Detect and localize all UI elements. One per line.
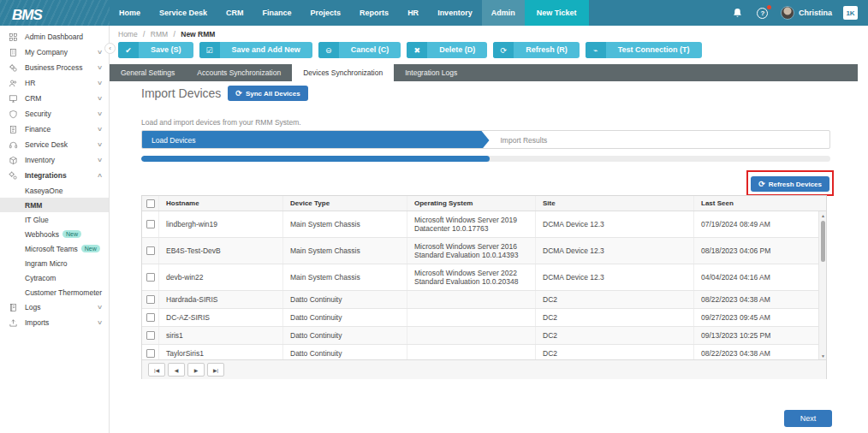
nav-item-inventory[interactable]: Inventory	[428, 0, 482, 26]
user-menu[interactable]: Christina	[781, 6, 832, 20]
table-row[interactable]: Hardrada-SIRISDatto ContinuityDC208/22/2…	[142, 291, 826, 309]
save-button[interactable]: ✔Save (S)	[118, 42, 193, 58]
row-checkbox[interactable]	[146, 273, 155, 282]
tab-devices-synchronization[interactable]: Devices Synchronization	[292, 64, 394, 81]
table-body: lindbergh-win19Main System ChassisMicros…	[142, 211, 826, 359]
column-header-hostname[interactable]: Hostname	[159, 196, 283, 211]
sidebar-item-inventory[interactable]: Inventory∨	[0, 152, 109, 168]
row-checkbox-cell	[142, 211, 159, 237]
notifications-bell-icon[interactable]	[731, 6, 745, 20]
sidebar-item-admin-dashboard[interactable]: Admin Dashboard	[0, 29, 109, 44]
nav-item-crm[interactable]: CRM	[217, 0, 253, 26]
sidebar-item-label: Integrations	[25, 171, 98, 180]
row-checkbox[interactable]	[146, 331, 155, 340]
sidebar-item-imports[interactable]: Imports∨	[0, 315, 109, 330]
sidebar-item-crm[interactable]: CRM∨	[0, 91, 109, 106]
test-connection-button[interactable]: ⌁Test Connection (T)	[586, 42, 702, 58]
refresh-devices-button[interactable]: ⟳ Refresh Devices	[751, 176, 829, 192]
cell-site: DC2	[536, 291, 694, 308]
cell-last-seen: 09/27/2023 09:45 AM	[694, 309, 821, 326]
cell-hostname: EB4S-Test-DevB	[159, 238, 283, 264]
select-all-checkbox-cell	[142, 196, 159, 211]
sidebar-subitem-it-glue[interactable]: IT Glue	[0, 212, 109, 227]
sidebar-subitem-customer-thermometer[interactable]: Customer Thermometer	[0, 285, 109, 300]
tab-accounts-synchronization[interactable]: Accounts Synchronization	[186, 64, 292, 81]
sidebar-item-security[interactable]: Security∨	[0, 106, 109, 122]
tab-integration-logs[interactable]: Integration Logs	[394, 64, 468, 81]
scrollbar-thumb[interactable]	[821, 221, 825, 262]
sidebar-item-finance[interactable]: Finance∨	[0, 122, 109, 137]
kaseya-one-icon[interactable]: 1K	[843, 6, 858, 20]
wizard-step-load-devices[interactable]: Load Devices	[142, 131, 490, 149]
sidebar-item-logs[interactable]: Logs∨	[0, 300, 109, 315]
sidebar-item-hr[interactable]: HR∨	[0, 75, 109, 91]
nav-item-admin[interactable]: Admin	[482, 0, 525, 26]
next-button[interactable]: Next	[784, 410, 832, 427]
column-header-last-seen[interactable]: Last Seen	[694, 196, 821, 211]
table-row[interactable]: TaylorSiris1Datto ContinuityDC208/22/202…	[142, 345, 826, 359]
row-checkbox[interactable]	[146, 313, 155, 322]
column-header-device-type[interactable]: Device Type	[283, 196, 407, 211]
table-row[interactable]: DC-AZ-SIRISDatto ContinuityDC209/27/2023…	[142, 309, 826, 327]
row-checkbox[interactable]	[146, 246, 155, 255]
column-header-operating-system[interactable]: Operating System	[407, 196, 536, 211]
column-header-site[interactable]: Site	[536, 196, 694, 211]
sidebar-item-my-company[interactable]: My Company∨	[0, 44, 109, 60]
chevron-down-icon: ∨	[97, 95, 103, 102]
table-row[interactable]: devb-win22Main System ChassisMicrosoft W…	[142, 264, 826, 291]
refresh-button[interactable]: ⟳Refresh (R)	[493, 42, 580, 58]
save-and-add-new-button[interactable]: ☑Save and Add New	[199, 42, 312, 58]
sidebar-item-integrations[interactable]: Integrations∧	[0, 168, 109, 183]
sidebar-subitem-ingram-micro[interactable]: Ingram Micro	[0, 256, 109, 270]
page-title: Import Devices	[141, 86, 221, 100]
select-all-checkbox[interactable]	[146, 199, 155, 208]
nav-item-hr[interactable]: HR	[398, 0, 428, 26]
sidebar-subitem-webhooks[interactable]: WebhooksNew	[0, 227, 109, 241]
next-page-icon[interactable]: ▶	[187, 363, 205, 377]
scroll-down-icon[interactable]: ▼	[819, 352, 826, 359]
tab-bar: General SettingsAccounts Synchronization…	[110, 64, 858, 81]
table-row[interactable]: lindbergh-win19Main System ChassisMicros…	[142, 211, 826, 238]
row-checkbox[interactable]	[146, 295, 155, 304]
first-page-icon[interactable]: |◀	[148, 363, 165, 377]
table-row[interactable]: EB4S-Test-DevBMain System ChassisMicroso…	[142, 238, 826, 264]
nav-item-reports[interactable]: Reports	[350, 0, 398, 26]
nav-item-finance[interactable]: Finance	[253, 0, 301, 26]
nav-item-service-desk[interactable]: Service Desk	[150, 0, 217, 26]
toolbar-button-label: Save (S)	[139, 42, 193, 58]
sidebar-subitem-cytracom[interactable]: Cytracom	[0, 270, 109, 285]
sync-all-devices-button[interactable]: ⟳ Sync All Devices	[228, 86, 307, 101]
finance-icon	[9, 124, 19, 134]
cell-device-type: Datto Continuity	[283, 291, 407, 308]
sidebar-item-label: Imports	[25, 318, 98, 327]
tab-general-settings[interactable]: General Settings	[110, 64, 186, 81]
sidebar-collapse-button[interactable]: ‹	[104, 43, 116, 54]
prev-page-icon[interactable]: ◀	[168, 363, 185, 377]
sidebar-subitem-kaseyaone[interactable]: KaseyaOne	[0, 183, 109, 198]
cell-site: DC2	[536, 345, 694, 359]
sidebar-item-service-desk[interactable]: Service Desk∨	[0, 137, 109, 152]
nav-item-projects[interactable]: Projects	[301, 0, 351, 26]
row-checkbox[interactable]	[146, 220, 155, 228]
table-header-row: HostnameDevice TypeOperating SystemSiteL…	[142, 196, 826, 211]
sidebar-subitem-rmm[interactable]: RMM	[0, 198, 109, 212]
scroll-up-icon[interactable]: ▲	[819, 211, 826, 219]
row-checkbox[interactable]	[146, 349, 155, 358]
sidebar-subitem-label: Ingram Micro	[25, 259, 68, 268]
new-ticket-button[interactable]: New Ticket	[525, 0, 589, 26]
last-page-icon[interactable]: ▶|	[207, 363, 224, 377]
table-vertical-scrollbar[interactable]: ▲ ▼	[818, 211, 826, 359]
breadcrumb-home[interactable]: Home	[118, 30, 138, 39]
nav-item-home[interactable]: Home	[110, 0, 150, 26]
delete-button[interactable]: ✖Delete (D)	[407, 42, 487, 58]
wizard-step-import-results[interactable]: Import Results	[501, 131, 548, 149]
chevron-down-icon: ∨	[97, 126, 103, 133]
table-row[interactable]: siris1Datto ContinuityDC209/13/2023 10:2…	[142, 327, 826, 345]
cell-device-type: Datto Continuity	[283, 327, 407, 344]
sidebar-item-business-process[interactable]: Business Process∨	[0, 60, 109, 75]
breadcrumb-rmm[interactable]: RMM	[151, 30, 168, 39]
cancel-button[interactable]: ⊖Cancel (C)	[318, 42, 401, 58]
cell-operating-system	[407, 291, 536, 308]
sidebar-subitem-microsoft-teams[interactable]: Microsoft TeamsNew	[0, 241, 109, 256]
help-icon[interactable]: ?	[756, 6, 770, 20]
